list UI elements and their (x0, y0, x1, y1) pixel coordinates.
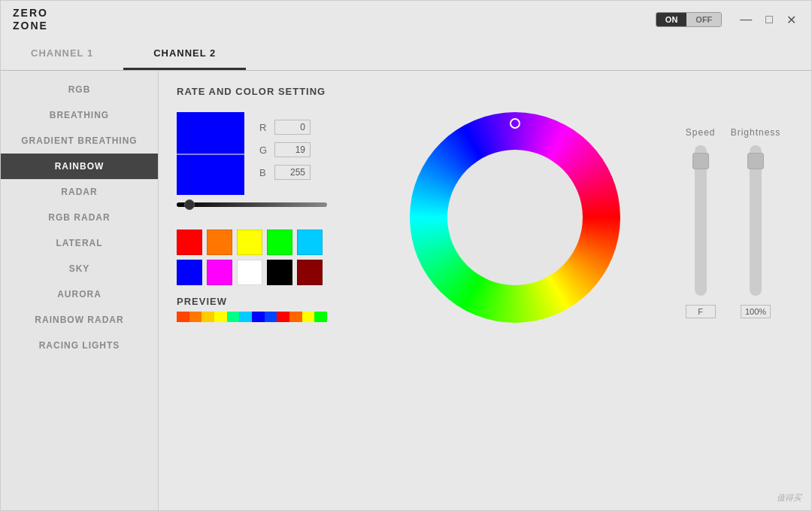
watermark: 值得买 (777, 492, 801, 503)
swatch-darkred[interactable] (297, 260, 323, 285)
tab-channel2[interactable]: CHANNEL 2 (123, 38, 246, 70)
maximize-button[interactable]: □ (762, 11, 776, 28)
swatch-white[interactable] (237, 260, 262, 285)
preview-seg-7 (252, 312, 265, 322)
swatch-blue[interactable] (177, 260, 202, 285)
swatch-row-2 (177, 260, 357, 285)
brightness-slider-track[interactable] (750, 145, 762, 296)
g-label: G (259, 144, 270, 156)
sidebar-item-breathing[interactable]: BREATHING (1, 102, 158, 128)
preview-seg-11 (302, 312, 315, 322)
section-title: RATE AND COLOR SETTING (177, 86, 793, 97)
preview-seg-10 (289, 312, 302, 322)
swatch-green[interactable] (267, 230, 292, 255)
tab-channel1[interactable]: CHANNEL 1 (1, 38, 123, 70)
swatch-yellow[interactable] (237, 230, 262, 255)
sidebar-item-rainbow[interactable]: RAINBOW (1, 154, 158, 179)
preview-label: PREVIEW (177, 296, 357, 307)
sidebar-item-aurora[interactable]: AURORA (1, 281, 158, 307)
preview-seg-4 (214, 312, 227, 322)
sidebar-item-lateral[interactable]: LATERAL (1, 230, 158, 256)
close-button[interactable]: ✕ (783, 11, 799, 29)
speed-slider-track[interactable] (695, 145, 707, 296)
preview-seg-6 (239, 312, 252, 322)
brightness-value-box (741, 305, 771, 318)
sidebar-item-rainbow-radar[interactable]: RAINBOW RADAR (1, 307, 158, 333)
app-window: ZERO ZONE ON OFF — □ ✕ CHANNEL 1 CHANNEL… (0, 0, 812, 511)
r-label: R (259, 122, 270, 133)
preview-seg-3 (201, 312, 214, 322)
preview-seg-5 (227, 312, 240, 322)
hue-slider-thumb[interactable] (184, 199, 195, 210)
swatch-orange[interactable] (207, 230, 232, 255)
brightness-value-input[interactable] (741, 305, 771, 318)
brightness-slider-container: Brightness (731, 127, 781, 318)
color-wheel-inner (447, 150, 583, 285)
sidebar-item-rgb[interactable]: RGB (1, 77, 158, 102)
speed-label: Speed (686, 127, 716, 138)
swatch-red[interactable] (177, 230, 202, 255)
content-area: RATE AND COLOR SETTING R (159, 71, 811, 510)
r-input[interactable] (274, 120, 311, 135)
minimize-button[interactable]: — (737, 11, 755, 28)
rgb-inputs: R G B (259, 112, 311, 180)
color-section: R G B (177, 112, 357, 195)
main-area: RGB BREATHING GRADIENT BREATHING RAINBOW… (1, 71, 811, 510)
color-preview-divider (177, 154, 244, 155)
title-bar: ZERO ZONE ON OFF — □ ✕ (1, 1, 811, 38)
b-input[interactable] (274, 165, 311, 180)
color-wheel[interactable] (410, 112, 620, 323)
preview-seg-2 (189, 312, 202, 322)
b-row: B (259, 165, 311, 180)
preview-seg-8 (265, 312, 277, 322)
b-label: B (259, 167, 270, 178)
swatch-row-1 (177, 230, 357, 255)
sidebar: RGB BREATHING GRADIENT BREATHING RAINBOW… (1, 71, 159, 510)
sidebar-item-sky[interactable]: SKY (1, 256, 158, 281)
color-swatches (177, 230, 357, 285)
sliders-panel: Speed Brightness (673, 112, 793, 318)
brightness-slider-thumb[interactable] (747, 153, 764, 169)
speed-value-box (686, 305, 716, 318)
sidebar-item-gradient-breathing[interactable]: GRADIENT BREATHING (1, 128, 158, 154)
preview-seg-12 (314, 312, 327, 322)
slider-groups: Speed Brightness (686, 127, 781, 318)
swatch-black[interactable] (267, 260, 292, 285)
preview-section: PREVIEW (177, 296, 357, 322)
power-toggle[interactable]: ON OFF (656, 12, 723, 27)
speed-value-input[interactable] (686, 305, 716, 318)
color-wheel-cursor[interactable] (510, 118, 520, 129)
r-row: R (259, 120, 311, 135)
sidebar-item-racing-lights[interactable]: RACING LIGHTS (1, 333, 158, 358)
speed-slider-thumb[interactable] (692, 153, 709, 169)
hue-slider[interactable] (177, 202, 327, 207)
toggle-on-button[interactable]: ON (656, 13, 687, 26)
toggle-off-button[interactable]: OFF (686, 13, 721, 26)
speed-slider-container: Speed (686, 127, 716, 318)
preview-bar (177, 312, 327, 322)
swatch-magenta[interactable] (207, 260, 232, 285)
app-logo: ZERO ZONE (13, 7, 48, 32)
swatch-cyan[interactable] (297, 230, 323, 255)
g-input[interactable] (274, 142, 311, 157)
color-wheel-ring[interactable] (410, 112, 620, 323)
color-wheel-area (357, 112, 673, 323)
preview-seg-9 (277, 312, 289, 322)
sidebar-item-radar[interactable]: RADAR (1, 179, 158, 205)
preview-seg-1 (177, 312, 189, 322)
color-preview-box (177, 112, 244, 195)
sidebar-item-rgb-radar[interactable]: RGB RADAR (1, 205, 158, 230)
tabs-bar: CHANNEL 1 CHANNEL 2 (1, 38, 811, 71)
brightness-label: Brightness (731, 127, 781, 138)
g-row: G (259, 142, 311, 157)
